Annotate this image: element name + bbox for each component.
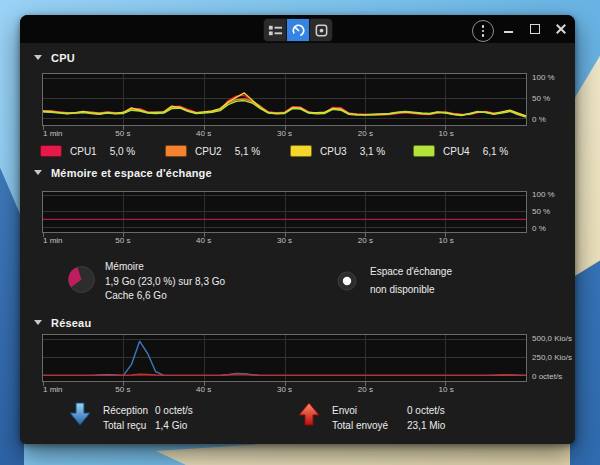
sending-block[interactable]: Envoi 0 octet/s Total envoyé 23,1 Mio (297, 401, 445, 433)
memory-section-title: Mémoire et espace d'échange (51, 167, 212, 179)
cpu-y-axis: 100 % 50 % 0 % (532, 73, 575, 126)
network-x-axis: 1 min 50 s 40 s 30 s 20 s 10 s (42, 385, 527, 395)
cpu3-label: CPU3 (320, 146, 347, 157)
x-tick-label: 30 s (277, 385, 292, 394)
x-tick-label: 40 s (196, 236, 211, 245)
total-sent-value: 23,1 Mio (407, 420, 445, 431)
receiving-block[interactable]: Réception 0 octet/s Total reçu 1,4 Gio (68, 401, 193, 433)
x-tick-label: 1 min (43, 385, 63, 394)
cpu-legend: CPU1 5,0 % CPU2 5,1 % CPU3 3,1 % CPU4 6,… (20, 144, 575, 158)
resources-view-button[interactable] (287, 19, 310, 41)
memory-label: Mémoire (105, 260, 225, 275)
cpu4-value: 6,1 % (483, 146, 509, 157)
x-tick-label: 1 min (43, 236, 63, 245)
swap-pie-icon (337, 271, 357, 291)
y-tick-label: 50 % (532, 94, 550, 103)
cpu2-color-swatch (165, 145, 187, 157)
memory-chart-lines (43, 195, 526, 227)
cpu-graph (42, 73, 527, 126)
y-tick-label: 250,0 Kio/s (532, 352, 572, 361)
titlebar[interactable] (20, 15, 575, 43)
sending-rate: 0 octet/s (407, 405, 445, 416)
chevron-down-icon (34, 170, 42, 175)
cpu-section-header[interactable]: CPU (34, 51, 75, 64)
maximize-button[interactable] (526, 19, 543, 39)
network-y-axis: 500,0 Kio/s 250,0 Kio/s 0 octet/s (532, 334, 575, 382)
cpu2-legend-item[interactable]: CPU2 5,1 % (165, 144, 260, 158)
cpu-x-axis: 1 min 50 s 40 s 30 s 20 s 10 s (42, 129, 527, 139)
receiving-rate: 0 octet/s (155, 405, 193, 416)
x-tick-label: 50 s (115, 236, 130, 245)
y-tick-label: 100 % (532, 190, 555, 199)
x-tick-label: 10 s (439, 385, 454, 394)
y-tick-label: 0 % (532, 223, 546, 232)
sending-label: Envoi (332, 405, 407, 416)
maximize-icon (530, 24, 540, 34)
x-tick-label: 20 s (358, 385, 373, 394)
cpu2-value: 5,1 % (235, 146, 261, 157)
menu-kebab-icon (482, 25, 485, 37)
total-received-value: 1,4 Gio (155, 420, 193, 431)
view-list-icon (268, 23, 283, 38)
processes-view-button[interactable] (264, 19, 287, 41)
y-tick-label: 0 octet/s (532, 371, 562, 380)
total-received-label: Total reçu (103, 420, 155, 431)
x-tick-label: 10 s (439, 129, 454, 138)
cpu1-value: 5,0 % (110, 146, 136, 157)
minimize-icon (504, 31, 513, 33)
upload-arrow-icon (297, 401, 321, 427)
close-button[interactable] (552, 19, 569, 39)
close-icon (556, 24, 566, 34)
chevron-down-icon (34, 320, 42, 325)
memory-y-axis: 100 % 50 % 0 % (532, 191, 575, 233)
y-tick-label: 100 % (532, 73, 555, 82)
cpu4-legend-item[interactable]: CPU4 6,1 % (413, 144, 508, 158)
receiving-label: Réception (103, 405, 155, 416)
cpu3-color-swatch (290, 145, 312, 157)
network-graph (42, 334, 527, 382)
primary-menu-button[interactable] (472, 20, 494, 42)
minimize-button[interactable] (500, 19, 517, 39)
cpu-chart-lines (43, 78, 526, 118)
speedometer-icon (291, 23, 306, 38)
memory-pie-icon (67, 265, 96, 294)
cpu1-label: CPU1 (70, 146, 97, 157)
cpu1-color-swatch (40, 145, 62, 157)
swap-block[interactable]: Espace d'échange non disponible (337, 271, 452, 298)
harddisk-icon (314, 23, 329, 38)
cpu1-legend-item[interactable]: CPU1 5,0 % (40, 144, 135, 158)
network-chart-lines (43, 339, 526, 375)
filesystems-view-button[interactable] (310, 19, 332, 41)
network-section-title: Réseau (51, 317, 91, 329)
x-tick-label: 40 s (196, 129, 211, 138)
x-tick-label: 20 s (358, 129, 373, 138)
memory-usage-block[interactable]: Mémoire 1,9 Go (23,0 %) sur 8,3 Go Cache… (67, 265, 225, 304)
memory-usage-value: 1,9 Go (23,0 %) sur 8,3 Go (105, 275, 225, 290)
chevron-down-icon (34, 55, 42, 60)
x-tick-label: 50 s (115, 385, 130, 394)
y-tick-label: 500,0 Kio/s (532, 333, 572, 342)
x-tick-label: 1 min (43, 129, 63, 138)
x-tick-label: 30 s (277, 236, 292, 245)
memory-section-header[interactable]: Mémoire et espace d'échange (34, 166, 212, 179)
memory-graph (42, 191, 527, 233)
swap-label: Espace d'échange (370, 263, 452, 281)
window-controls (500, 18, 569, 40)
x-tick-label: 10 s (439, 236, 454, 245)
cpu-section-title: CPU (51, 52, 75, 64)
cpu4-color-swatch (413, 145, 435, 157)
y-tick-label: 50 % (532, 206, 550, 215)
y-tick-label: 0 % (532, 115, 546, 124)
memory-legend: Mémoire 1,9 Go (23,0 %) sur 8,3 Go Cache… (20, 255, 575, 315)
x-tick-label: 40 s (196, 385, 211, 394)
download-arrow-icon (68, 401, 92, 427)
cpu2-label: CPU2 (195, 146, 222, 157)
x-tick-label: 30 s (277, 129, 292, 138)
cpu4-label: CPU4 (443, 146, 470, 157)
memory-cache-value: Cache 6,6 Go (105, 289, 225, 304)
cpu3-value: 3,1 % (360, 146, 386, 157)
view-switcher (263, 18, 333, 42)
network-section-header[interactable]: Réseau (34, 316, 91, 329)
x-tick-label: 20 s (358, 236, 373, 245)
cpu3-legend-item[interactable]: CPU3 3,1 % (290, 144, 385, 158)
